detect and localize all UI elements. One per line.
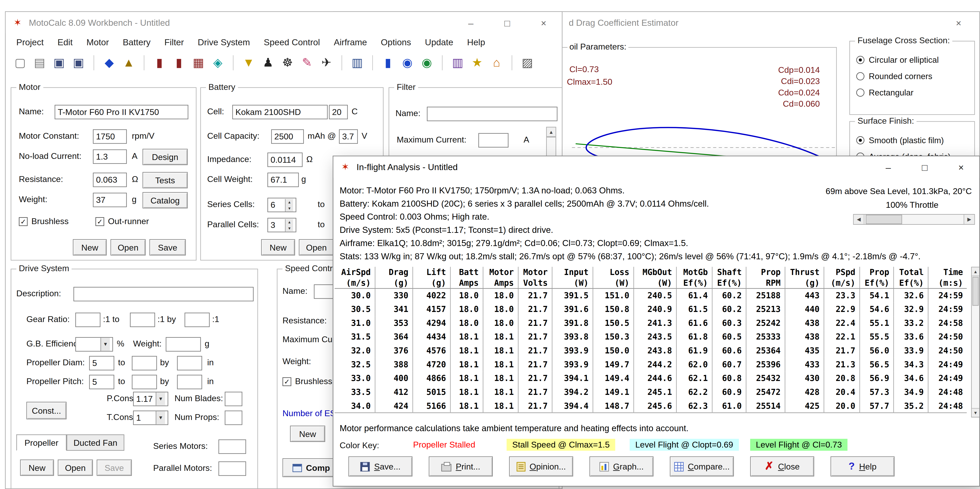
drive-open-button[interactable]: Open <box>58 459 93 476</box>
analysis-compare-button[interactable]: Compare... <box>670 456 734 476</box>
gb-weight-input[interactable] <box>166 337 201 351</box>
brushless-checkbox[interactable]: ✓Brushless <box>19 217 68 226</box>
motor-open-button[interactable]: Open <box>110 239 146 255</box>
compute-button[interactable]: Comp <box>283 458 340 477</box>
maximize-icon[interactable]: □ <box>489 12 525 33</box>
scroll-right-icon[interactable]: ▶ <box>964 215 974 224</box>
motor-catalog-button[interactable]: Catalog <box>143 192 188 209</box>
gear-ratio-to-input[interactable] <box>130 313 155 327</box>
cell-voltage-input[interactable]: 3.7 <box>339 129 358 143</box>
tconst-dropdown[interactable]: 1▼ <box>133 411 168 425</box>
prop-pitch-to-input[interactable] <box>132 375 157 389</box>
table-row[interactable]: 33.5412501518.118.121.7394.2149.1245.162… <box>334 385 967 399</box>
series-motors-input[interactable] <box>218 440 246 454</box>
prop-pitch-input[interactable]: 5 <box>89 375 114 389</box>
report-icon[interactable]: ▨ <box>520 55 534 70</box>
speed-control-brushless-checkbox[interactable]: ✓Brushless <box>283 377 332 386</box>
save-all-icon[interactable]: ▣ <box>72 55 85 70</box>
prop-pitch-by-input[interactable] <box>177 375 202 389</box>
table-row[interactable]: 31.5364443418.118.121.7393.8150.3243.561… <box>334 330 967 344</box>
menu-item-project[interactable]: Project <box>10 37 51 47</box>
brush-icon[interactable]: ✎ <box>300 55 314 70</box>
motor-tests-button[interactable]: Tests <box>143 172 188 188</box>
motor-test-icon[interactable]: ▲ <box>122 55 135 70</box>
table-scrollbar[interactable]: ▲ ▼ <box>971 267 980 417</box>
filter-name-input[interactable] <box>427 107 558 121</box>
table-row[interactable]: 30.5341415718.018.021.7391.6150.8240.961… <box>334 302 967 316</box>
gear-ratio-by-input[interactable] <box>185 313 210 327</box>
filter-scroll-up-icon[interactable]: ▲ <box>546 127 556 137</box>
gb-efficiency-dropdown[interactable]: ▼ <box>75 337 113 351</box>
menu-item-help[interactable]: Help <box>460 37 492 47</box>
minimize-icon[interactable]: – <box>453 12 489 33</box>
airframe-icon[interactable]: ✈ <box>320 55 334 70</box>
scroll-left-icon[interactable]: ◀ <box>854 215 865 224</box>
table-row[interactable]: 34.0424516618.118.121.7394.4148.7245.662… <box>334 399 967 413</box>
cell-grid-icon[interactable]: ▦ <box>191 55 205 70</box>
cell-capacity-input[interactable]: 2500 <box>271 129 304 143</box>
motor-download-icon[interactable]: ▮ <box>381 55 395 70</box>
analysis-print-button[interactable]: Print... <box>429 456 493 476</box>
gem-icon[interactable]: ◈ <box>211 55 225 70</box>
num-blades-input[interactable] <box>225 392 242 406</box>
num-props-input[interactable] <box>225 411 242 425</box>
max-current-input[interactable] <box>479 133 509 148</box>
propeller-icon[interactable]: ☸ <box>281 55 294 70</box>
battery-new-button[interactable]: New <box>261 239 295 255</box>
motor-save-button[interactable]: Save <box>150 239 186 255</box>
description-input[interactable] <box>73 287 254 301</box>
dropdown-arrow-icon[interactable]: ▼ <box>100 338 110 351</box>
radio-option-smooth-plastic-film[interactable]: Smooth (plastic film) <box>856 135 972 145</box>
parallel-cells-stepper[interactable]: 3▴▾ <box>267 218 296 232</box>
throttle-scrollbar-thumb[interactable] <box>866 215 902 224</box>
menu-item-update[interactable]: Update <box>418 37 460 47</box>
open-file-icon[interactable]: ▤ <box>33 55 47 70</box>
menu-item-battery[interactable]: Battery <box>116 37 158 47</box>
throttle-scrollbar-track[interactable] <box>864 215 964 224</box>
new-file-icon[interactable]: ▢ <box>13 55 27 70</box>
table-row[interactable]: 32.5388472018.118.121.7393.9149.7244.262… <box>334 357 967 371</box>
opinion-book-icon[interactable]: ▥ <box>451 55 465 70</box>
battery-icon[interactable]: ▮ <box>153 55 167 70</box>
pilot-icon[interactable]: ♟ <box>261 55 275 70</box>
motor-design-button[interactable]: Design <box>143 149 188 165</box>
close-icon[interactable]: × <box>525 12 562 33</box>
motor-constant-input[interactable]: 1750 <box>93 129 127 143</box>
motor-weight-input[interactable]: 37 <box>93 193 127 207</box>
drive-new-button[interactable]: New <box>20 459 54 476</box>
battery-pack-icon[interactable]: ▮ <box>172 55 186 70</box>
analysis-opinion-button[interactable]: Opinion... <box>509 456 573 476</box>
motor-new-button[interactable]: New <box>73 239 107 255</box>
minimize-icon[interactable]: – <box>870 156 906 177</box>
maximize-icon[interactable]: □ <box>907 156 943 177</box>
dropdown-arrow-icon[interactable]: ▼ <box>156 411 165 424</box>
table-row[interactable]: 31.0353429418.018.021.7391.8150.5241.361… <box>334 316 967 330</box>
menu-item-edit[interactable]: Edit <box>51 37 80 47</box>
outrunner-checkbox[interactable]: ✓Out-runner <box>95 217 149 226</box>
table-row[interactable]: 32.0376457618.118.121.7393.9150.0243.861… <box>334 344 967 358</box>
scroll-down-icon[interactable]: ▼ <box>972 408 979 417</box>
menu-item-airframe[interactable]: Airframe <box>327 37 374 47</box>
noload-current-input[interactable]: 1.3 <box>93 150 127 164</box>
table-scrollbar-thumb[interactable] <box>972 277 978 306</box>
radio-option-rectangular[interactable]: Rectangular <box>856 88 972 97</box>
radio-option-circular-or-elliptical[interactable]: Circular or elliptical <box>856 55 972 65</box>
motor-name-input[interactable]: T-Motor F60 Pro II KV1750 <box>55 105 188 119</box>
series-cells-stepper[interactable]: 6▴▾ <box>267 198 296 212</box>
throttle-scrollbar[interactable]: ◀ ▶ <box>853 214 975 225</box>
analysis-save-button[interactable]: Save... <box>348 456 412 476</box>
analysis-graph-button[interactable]: Graph... <box>589 456 654 476</box>
web-update-icon[interactable]: ◉ <box>401 55 414 70</box>
drive-save-button[interactable]: Save <box>97 459 132 476</box>
tab-propeller[interactable]: Propeller <box>16 434 67 451</box>
spinner-buttons[interactable]: ▴▾ <box>285 219 293 231</box>
motor-wizard-icon[interactable]: ◆ <box>102 55 116 70</box>
tip-icon[interactable]: ★ <box>470 55 484 70</box>
analysis-help-button[interactable]: Help <box>830 456 895 476</box>
motor-resistance-input[interactable]: 0.063 <box>93 172 127 187</box>
save-file-icon[interactable]: ▣ <box>52 55 66 70</box>
gear-ratio-from-input[interactable] <box>75 313 100 327</box>
filter-icon[interactable]: ▼ <box>242 55 256 70</box>
wizard-hat-icon[interactable]: ⌂ <box>490 55 504 70</box>
table-row[interactable]: 30.0330402218.018.021.7391.5151.0240.561… <box>334 288 967 302</box>
